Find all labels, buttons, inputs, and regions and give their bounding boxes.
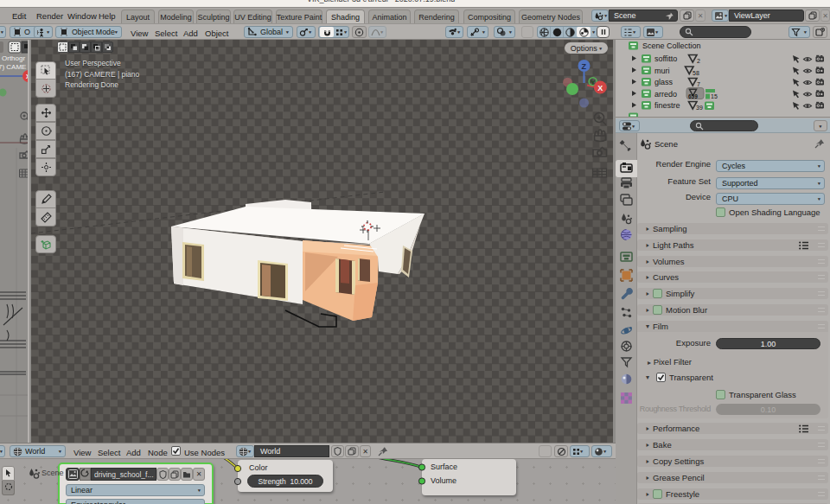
svg-text:Z: Z bbox=[582, 62, 587, 71]
svg-text:Orthogr: Orthogr bbox=[2, 54, 25, 62]
svg-text:15: 15 bbox=[711, 93, 718, 99]
svg-text:2: 2 bbox=[697, 58, 700, 64]
svg-text:arredo: arredo bbox=[654, 90, 677, 99]
svg-text:659: 659 bbox=[688, 93, 698, 99]
svg-text:Scene Collection: Scene Collection bbox=[642, 41, 701, 50]
svg-text:7: 7 bbox=[697, 81, 700, 87]
svg-text:X: X bbox=[597, 84, 603, 93]
svg-text:39: 39 bbox=[696, 105, 703, 111]
svg-text:Y: Y bbox=[591, 79, 596, 86]
svg-text:58: 58 bbox=[693, 70, 699, 76]
svg-text:finestre: finestre bbox=[654, 101, 680, 110]
svg-text:muri: muri bbox=[654, 67, 670, 75]
svg-text:7) CAME: 7) CAME bbox=[0, 63, 26, 71]
svg-text:soffitto: soffitto bbox=[654, 54, 677, 63]
svg-text:X: X bbox=[26, 73, 29, 80]
svg-text:glass: glass bbox=[654, 78, 674, 86]
